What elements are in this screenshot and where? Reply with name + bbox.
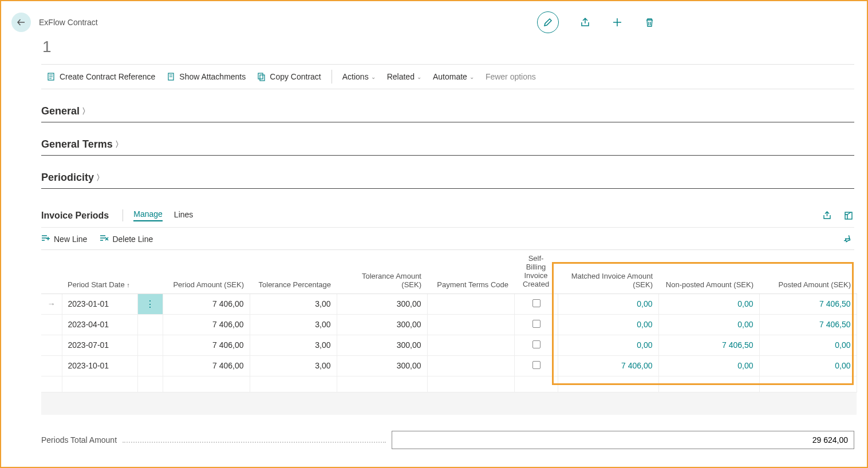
dropdown-label: Actions (342, 72, 369, 81)
related-dropdown[interactable]: Related ⌄ (381, 72, 427, 81)
share-button[interactable] (579, 17, 591, 28)
col-payment-terms[interactable]: Payment Terms Code (427, 250, 514, 294)
section-general[interactable]: General 〉 (41, 89, 854, 122)
cell-tol-pct[interactable]: 3,00 (250, 335, 337, 355)
cell-posted[interactable]: 7 406,50 (759, 314, 857, 335)
col-label: Period Start Date (68, 280, 125, 289)
table-row-empty[interactable] (41, 376, 857, 392)
cell-nonposted[interactable]: 0,00 (658, 294, 759, 314)
cell-posted[interactable]: 7 406,50 (759, 294, 857, 314)
cmd-label: Show Attachments (179, 72, 246, 81)
cell-self-billing[interactable] (514, 335, 558, 355)
chevron-right-icon: 〉 (96, 173, 104, 183)
cell-matched[interactable]: 0,00 (558, 335, 658, 355)
cell-period-amount[interactable]: 7 406,00 (163, 314, 250, 335)
attachment-icon (167, 72, 176, 81)
cell-matched[interactable]: 7 406,00 (558, 355, 658, 376)
back-button[interactable] (11, 13, 31, 32)
table-row[interactable]: 2023-04-017 406,003,00300,000,000,007 40… (41, 314, 857, 335)
row-selector[interactable] (41, 355, 62, 376)
cell-self-billing[interactable] (514, 314, 558, 335)
automate-dropdown[interactable]: Automate ⌄ (427, 72, 480, 81)
table-row[interactable]: 2023-07-017 406,003,00300,000,007 406,50… (41, 335, 857, 355)
cell-nonposted[interactable]: 7 406,50 (658, 335, 759, 355)
row-selector[interactable] (41, 314, 62, 335)
cell-matched[interactable]: 0,00 (558, 314, 658, 335)
section-general-terms[interactable]: General Terms 〉 (41, 122, 854, 156)
cell-period-amount[interactable]: 7 406,00 (163, 294, 250, 314)
self-billing-checkbox[interactable] (532, 320, 540, 328)
table-row[interactable]: →2023-01-01⋮7 406,003,00300,000,000,007 … (41, 294, 857, 314)
cell-tol-pct[interactable]: 3,00 (250, 314, 337, 335)
svg-rect-2 (258, 73, 263, 79)
col-self-billing[interactable]: Self-Billing Invoice Created (514, 250, 558, 294)
create-contract-reference-button[interactable]: Create Contract Reference (41, 65, 161, 89)
expand-lines-button[interactable] (843, 210, 854, 221)
col-tolerance-pct[interactable]: Tolerance Percentage (250, 250, 337, 294)
row-selector[interactable]: → (41, 294, 62, 314)
cell-start-date[interactable]: 2023-01-01 (62, 294, 137, 314)
col-matched[interactable]: Matched Invoice Amount (SEK) (558, 250, 658, 294)
cell-posted[interactable]: 0,00 (759, 355, 857, 376)
copy-icon (257, 72, 266, 81)
row-selector[interactable] (41, 335, 62, 355)
command-bar: Create Contract Reference Show Attachmen… (41, 64, 854, 89)
col-period-amount[interactable]: Period Amount (SEK) (163, 250, 250, 294)
self-billing-checkbox[interactable] (532, 340, 540, 348)
cell-start-date[interactable]: 2023-10-01 (62, 355, 137, 376)
btn-label: New Line (54, 235, 87, 244)
pin-button[interactable] (843, 233, 854, 245)
row-menu-button[interactable] (137, 314, 163, 335)
actions-dropdown[interactable]: Actions ⌄ (337, 72, 381, 81)
cell-tol-amount[interactable]: 300,00 (337, 294, 427, 314)
cell-start-date[interactable]: 2023-07-01 (62, 335, 137, 355)
cell-nonposted[interactable]: 0,00 (658, 355, 759, 376)
row-menu-button[interactable] (137, 355, 163, 376)
delete-line-button[interactable]: Delete Line (100, 235, 153, 244)
cell-period-amount[interactable]: 7 406,00 (163, 355, 250, 376)
cell-period-amount[interactable]: 7 406,00 (163, 335, 250, 355)
cell-tol-amount[interactable]: 300,00 (337, 314, 427, 335)
self-billing-checkbox[interactable] (532, 361, 540, 369)
totals-input[interactable] (392, 431, 854, 449)
cell-payment-terms[interactable] (427, 335, 514, 355)
fewer-options-button[interactable]: Fewer options (480, 72, 542, 81)
sort-asc-icon: ↑ (127, 281, 130, 288)
tab-manage[interactable]: Manage (133, 209, 163, 221)
col-posted[interactable]: Posted Amount (SEK) (759, 250, 857, 294)
new-line-button[interactable]: New Line (41, 235, 87, 244)
table-footer-row (41, 392, 857, 415)
tab-lines[interactable]: Lines (174, 210, 193, 221)
row-menu-button[interactable]: ⋮ (137, 294, 163, 314)
cell-payment-terms[interactable] (427, 355, 514, 376)
cell-start-date[interactable]: 2023-04-01 (62, 314, 137, 335)
cell-self-billing[interactable] (514, 355, 558, 376)
self-billing-checkbox[interactable] (532, 299, 540, 307)
cell-matched[interactable]: 0,00 (558, 294, 658, 314)
dropdown-label: Automate (433, 72, 467, 81)
cell-tol-amount[interactable]: 300,00 (337, 335, 427, 355)
new-button[interactable] (611, 17, 623, 28)
table-row[interactable]: 2023-10-017 406,003,00300,007 406,000,00… (41, 355, 857, 376)
section-label: Periodicity (41, 172, 94, 184)
cell-nonposted[interactable]: 0,00 (658, 314, 759, 335)
col-tolerance-amount[interactable]: Tolerance Amount (SEK) (337, 250, 427, 294)
chevron-right-icon: 〉 (82, 106, 90, 117)
col-nonposted[interactable]: Non-posted Amount (SEK) (658, 250, 759, 294)
section-label: General (41, 105, 80, 117)
cell-tol-pct[interactable]: 3,00 (250, 294, 337, 314)
cell-tol-pct[interactable]: 3,00 (250, 355, 337, 376)
cell-payment-terms[interactable] (427, 314, 514, 335)
cell-payment-terms[interactable] (427, 294, 514, 314)
section-periodicity[interactable]: Periodicity 〉 (41, 156, 854, 189)
delete-button[interactable] (644, 17, 655, 28)
cell-posted[interactable]: 0,00 (759, 335, 857, 355)
show-attachments-button[interactable]: Show Attachments (161, 65, 251, 89)
share-lines-button[interactable] (821, 210, 833, 221)
cell-self-billing[interactable] (514, 294, 558, 314)
col-start-date[interactable]: Period Start Date ↑ (62, 250, 137, 294)
copy-contract-button[interactable]: Copy Contract (251, 65, 326, 89)
edit-button[interactable] (537, 11, 559, 33)
row-menu-button[interactable] (137, 335, 163, 355)
cell-tol-amount[interactable]: 300,00 (337, 355, 427, 376)
